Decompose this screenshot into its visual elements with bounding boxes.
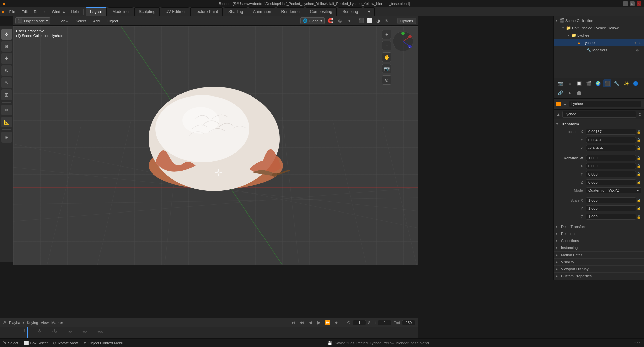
props-constraints-btn[interactable]: 🔗 bbox=[556, 89, 564, 97]
delta-transform-section[interactable]: ▸ Delta Transform bbox=[554, 223, 644, 230]
custom-properties-section[interactable]: ▸ Custom Properties bbox=[554, 272, 644, 279]
rotation-x-lock[interactable]: 🔓 bbox=[636, 163, 641, 169]
tab-shading[interactable]: Shading bbox=[224, 7, 247, 16]
object-data-name-field[interactable]: Lychee bbox=[562, 111, 636, 118]
play-reverse-btn[interactable]: ◀ bbox=[307, 319, 314, 326]
next-keyframe-btn[interactable]: ⏩ bbox=[324, 319, 331, 326]
jump-to-end-btn[interactable]: ⏭ bbox=[333, 319, 340, 326]
timeline-ruler[interactable]: 0 50 100 150 200 250 bbox=[0, 327, 418, 339]
props-world-btn[interactable]: 🌍 bbox=[594, 79, 602, 87]
keying-menu[interactable]: Keying bbox=[27, 321, 38, 325]
object-mode-selector[interactable]: ⬛ Object Mode ▾ bbox=[15, 17, 50, 24]
location-x-lock[interactable]: 🔓 bbox=[636, 129, 641, 135]
props-render-btn[interactable]: 📷 bbox=[556, 79, 564, 87]
motion-paths-section[interactable]: ▸ Motion Paths bbox=[554, 251, 644, 258]
modifier-vis-btn[interactable]: ⊙ bbox=[636, 48, 639, 52]
transform-section-header[interactable]: ▾ Transform bbox=[554, 121, 644, 127]
viewport-shading-rendered[interactable]: ☀ bbox=[383, 17, 390, 25]
add-menu[interactable]: Add bbox=[91, 18, 103, 24]
navigation-gizmo[interactable]: Y X Z bbox=[391, 30, 415, 53]
rotation-w-lock[interactable]: 🔓 bbox=[636, 155, 641, 161]
scale-z-value[interactable]: 1.000 bbox=[586, 214, 636, 220]
tool-transform[interactable]: ⊞ bbox=[1, 89, 12, 100]
lychee-3d-object[interactable] bbox=[135, 75, 296, 216]
rotation-mode-dropdown[interactable]: Quaternion (WXYZ) ▾ bbox=[586, 187, 641, 193]
transform-global-selector[interactable]: 🌐 Global ▾ bbox=[300, 17, 325, 24]
proportional-size-toggle[interactable]: ▾ bbox=[346, 17, 353, 25]
end-frame-input[interactable] bbox=[402, 320, 415, 325]
maximize-button[interactable]: □ bbox=[630, 1, 635, 6]
props-data-btn[interactable]: ▲ bbox=[566, 89, 574, 97]
tab-layout[interactable]: Layout bbox=[86, 7, 107, 16]
relations-section[interactable]: ▸ Relations bbox=[554, 230, 644, 237]
viewport-display-section[interactable]: ▸ Viewport Display bbox=[554, 265, 644, 272]
object-color-dot[interactable] bbox=[556, 102, 561, 106]
scale-y-value[interactable]: 1.000 bbox=[586, 205, 636, 211]
props-view-layer-btn[interactable]: 🔲 bbox=[575, 79, 583, 87]
playback-menu[interactable]: Playback bbox=[9, 321, 24, 325]
tool-rotate[interactable]: ↻ bbox=[1, 65, 12, 76]
tab-add[interactable]: + bbox=[364, 7, 375, 16]
menu-help[interactable]: Help bbox=[69, 9, 82, 14]
menu-render[interactable]: Render bbox=[31, 9, 48, 14]
snap-toggle[interactable]: 🧲 bbox=[327, 17, 334, 25]
minimize-button[interactable]: ─ bbox=[623, 1, 628, 6]
location-y-value[interactable]: 0.00461 bbox=[586, 137, 636, 143]
props-output-btn[interactable]: 🖥 bbox=[566, 79, 574, 87]
tab-texture-paint[interactable]: Texture Paint bbox=[190, 7, 223, 16]
zoom-in-button[interactable]: + bbox=[382, 30, 391, 39]
props-material-btn[interactable]: ⬤ bbox=[575, 89, 583, 97]
tool-measure[interactable]: 📐 bbox=[1, 117, 12, 127]
tool-cursor[interactable]: ⊕ bbox=[1, 41, 12, 52]
tool-scale[interactable]: ⤡ bbox=[1, 77, 12, 88]
marker-menu[interactable]: Marker bbox=[51, 321, 63, 325]
outliner-item-lychee-mesh[interactable]: ▲ Lychee 👁 ⊙ bbox=[554, 39, 644, 46]
current-frame-input[interactable] bbox=[353, 320, 366, 325]
timeline-view-menu[interactable]: View bbox=[41, 321, 49, 325]
outliner-item-scene-collection[interactable]: ▾ 🎬 Scene Collection bbox=[554, 17, 644, 24]
menu-file[interactable]: File bbox=[7, 9, 18, 14]
location-z-value[interactable]: -2.45464 bbox=[586, 145, 636, 151]
pan-button[interactable]: ✋ bbox=[382, 52, 391, 62]
rotation-y-value[interactable]: 0.000 bbox=[586, 171, 636, 177]
camera-view-button[interactable]: 📷 bbox=[382, 64, 391, 73]
viewport-shading-solid[interactable]: ⬜ bbox=[366, 17, 373, 25]
tab-compositing[interactable]: Compositing bbox=[306, 7, 337, 16]
scale-x-value[interactable]: 1.000 bbox=[586, 197, 636, 203]
location-y-lock[interactable]: 🔓 bbox=[636, 137, 641, 143]
collections-section[interactable]: ▸ Collections bbox=[554, 237, 644, 244]
tab-scripting[interactable]: Scripting bbox=[338, 7, 363, 16]
viewport-options-button[interactable]: Options bbox=[397, 18, 416, 24]
visibility-section[interactable]: ▸ Visibility bbox=[554, 258, 644, 265]
props-particles-btn[interactable]: ✨ bbox=[622, 79, 630, 87]
rotation-w-value[interactable]: 1.000 bbox=[586, 155, 636, 161]
object-name-field[interactable]: Lychee bbox=[569, 101, 641, 107]
zoom-out-button[interactable]: − bbox=[382, 41, 391, 50]
outliner-item-half-peeled[interactable]: ▾ 📁 Half_Peeled_Lychee_Yellow bbox=[554, 24, 644, 32]
vis-eye-btn[interactable]: 👁 bbox=[634, 41, 637, 45]
viewport-shading-wire[interactable]: ⬛ bbox=[358, 17, 365, 25]
tab-modeling[interactable]: Modeling bbox=[108, 7, 133, 16]
props-object-btn[interactable]: ⬛ bbox=[603, 79, 611, 87]
vis-select-btn[interactable]: ⊙ bbox=[639, 41, 641, 45]
rotation-z-lock[interactable]: 🔓 bbox=[636, 179, 641, 185]
tool-move[interactable]: ✚ bbox=[1, 53, 12, 64]
props-scene-btn[interactable]: 🎬 bbox=[585, 79, 593, 87]
obj-data-extra-btn[interactable]: ⊙ bbox=[638, 112, 641, 117]
ortho-view-button[interactable]: ⊙ bbox=[382, 75, 391, 85]
select-menu[interactable]: Select bbox=[73, 18, 89, 24]
rotation-z-value[interactable]: 0.000 bbox=[586, 179, 636, 185]
prev-keyframe-btn[interactable]: ⏭ bbox=[298, 319, 305, 326]
start-frame-input[interactable] bbox=[378, 320, 391, 325]
outliner-item-lychee-collection[interactable]: ▾ 📁 Lychee bbox=[554, 32, 644, 39]
outliner-item-modifiers[interactable]: 🔧 Modifiers ⊙ bbox=[554, 46, 644, 54]
tool-add[interactable]: ⊞ bbox=[1, 132, 12, 143]
scale-z-lock[interactable]: 🔓 bbox=[636, 214, 641, 220]
instancing-section[interactable]: ▸ Instancing bbox=[554, 244, 644, 251]
jump-to-start-btn[interactable]: ⏮ bbox=[289, 319, 296, 326]
rotation-y-lock[interactable]: 🔓 bbox=[636, 171, 641, 177]
tab-sculpting[interactable]: Sculpting bbox=[134, 7, 160, 16]
props-physics-btn[interactable]: 🔵 bbox=[632, 79, 640, 87]
menu-edit[interactable]: Edit bbox=[18, 9, 30, 14]
props-modifiers-btn[interactable]: 🔧 bbox=[613, 79, 621, 87]
